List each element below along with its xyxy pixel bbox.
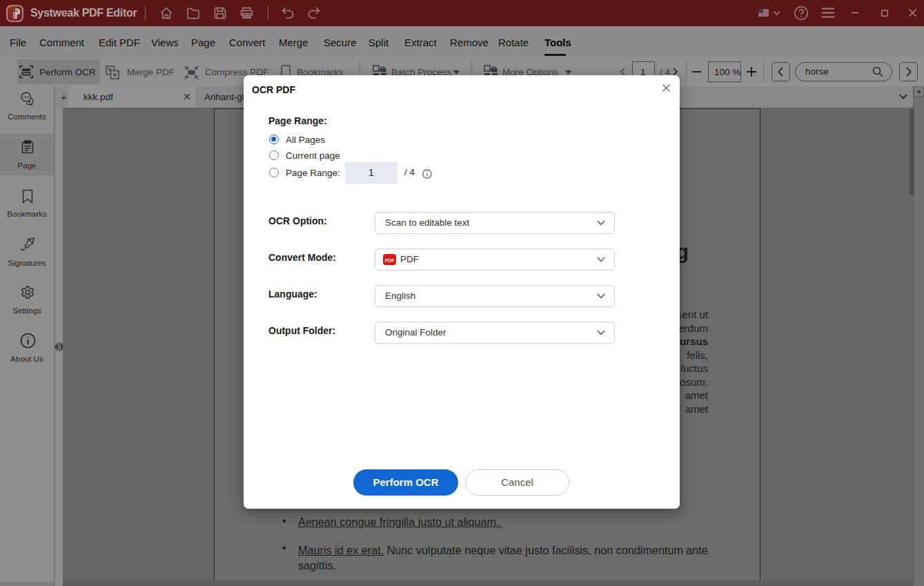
svg-text:PDF: PDF xyxy=(385,258,395,263)
